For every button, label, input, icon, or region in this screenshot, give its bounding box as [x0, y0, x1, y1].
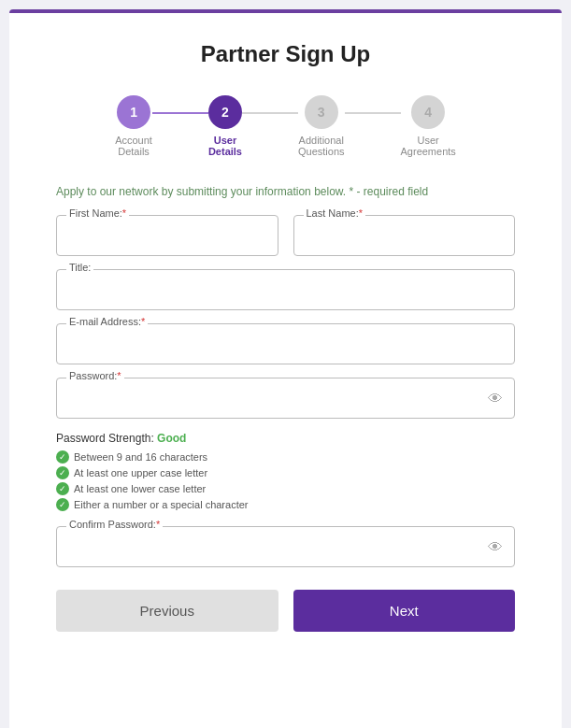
req-4-text: Either a number or a special character [74, 499, 248, 510]
confirm-password-toggle-icon[interactable]: 👁 [488, 539, 503, 556]
req-2: ✓ At least one upper case letter [56, 466, 515, 479]
previous-button[interactable]: Previous [56, 590, 278, 632]
check-icon-1: ✓ [56, 450, 69, 464]
connector-3-4 [345, 112, 401, 114]
step-3-label: AdditionalQuestions [298, 135, 345, 157]
step-2-label: UserDetails [208, 135, 242, 157]
main-card: Partner Sign Up 1 AccountDetails 2 UserD… [9, 9, 562, 728]
email-group: E-mail Address:* [56, 323, 515, 364]
password-required: * [117, 370, 121, 381]
password-input-wrapper: 👁 [68, 388, 503, 410]
password-strength-label: Password Strength: Good [56, 432, 515, 445]
email-label: E-mail Address:* [66, 316, 148, 327]
password-requirements-list: ✓ Between 9 and 16 characters ✓ At least… [56, 450, 515, 511]
password-input[interactable] [68, 388, 488, 410]
step-1-circle: 1 [117, 95, 150, 129]
password-label: Password:* [66, 370, 124, 381]
title-row: Title: [56, 269, 515, 310]
check-icon-3: ✓ [56, 482, 69, 495]
confirm-password-required: * [156, 519, 160, 530]
step-4-circle: 4 [411, 95, 445, 129]
confirm-password-row: Confirm Password:* 👁 [56, 526, 515, 567]
step-3-circle: 3 [305, 95, 338, 129]
password-strength-section: Password Strength: Good ✓ Between 9 and … [56, 432, 515, 511]
check-icon-2: ✓ [56, 466, 69, 479]
title-group: Title: [56, 269, 515, 310]
first-name-group: First Name:* [56, 215, 278, 256]
step-2-circle: 2 [208, 95, 242, 129]
step-4: 4 UserAgreements [401, 95, 456, 157]
first-name-input[interactable] [68, 225, 266, 248]
connector-2-3 [242, 112, 298, 114]
step-4-label: UserAgreements [401, 135, 456, 157]
req-3: ✓ At least one lower case letter [56, 482, 515, 495]
next-button[interactable]: Next [293, 590, 516, 632]
step-2: 2 UserDetails [208, 95, 242, 157]
req-1-text: Between 9 and 16 characters [74, 451, 207, 463]
check-icon-4: ✓ [56, 498, 69, 511]
req-2-text: At least one upper case letter [74, 467, 207, 478]
confirm-password-label: Confirm Password:* [66, 519, 163, 530]
email-required: * [141, 316, 145, 327]
form-instructions: Apply to our network by submitting your … [56, 185, 515, 198]
connector-1-2 [152, 112, 208, 114]
page-title: Partner Sign Up [56, 41, 515, 67]
step-1: 1 AccountDetails [115, 95, 152, 157]
step-3: 3 AdditionalQuestions [298, 95, 345, 157]
confirm-password-group: Confirm Password:* 👁 [56, 526, 515, 567]
name-row: First Name:* Last Name:* [56, 215, 515, 256]
req-4: ✓ Either a number or a special character [56, 498, 515, 511]
confirm-password-input[interactable] [68, 536, 488, 559]
email-row: E-mail Address:* [56, 323, 515, 364]
email-input[interactable] [68, 334, 503, 356]
stepper: 1 AccountDetails 2 UserDetails 3 Additio… [56, 95, 515, 157]
password-toggle-icon[interactable]: 👁 [488, 391, 503, 407]
button-row: Previous Next [56, 590, 515, 632]
last-name-required: * [359, 207, 363, 219]
confirm-password-input-wrapper: 👁 [68, 536, 503, 559]
last-name-input[interactable] [306, 225, 504, 248]
step-1-label: AccountDetails [115, 135, 152, 157]
title-label: Title: [66, 262, 93, 273]
password-row: Password:* 👁 [56, 378, 515, 419]
req-3-text: At least one lower case letter [74, 483, 206, 494]
password-group: Password:* 👁 [56, 378, 515, 419]
password-strength-value: Good [157, 432, 186, 445]
first-name-required: * [122, 207, 126, 219]
last-name-label: Last Name:* [304, 207, 366, 219]
req-1: ✓ Between 9 and 16 characters [56, 450, 515, 464]
last-name-group: Last Name:* [293, 215, 516, 256]
title-input[interactable] [68, 279, 503, 302]
first-name-label: First Name:* [66, 207, 129, 219]
